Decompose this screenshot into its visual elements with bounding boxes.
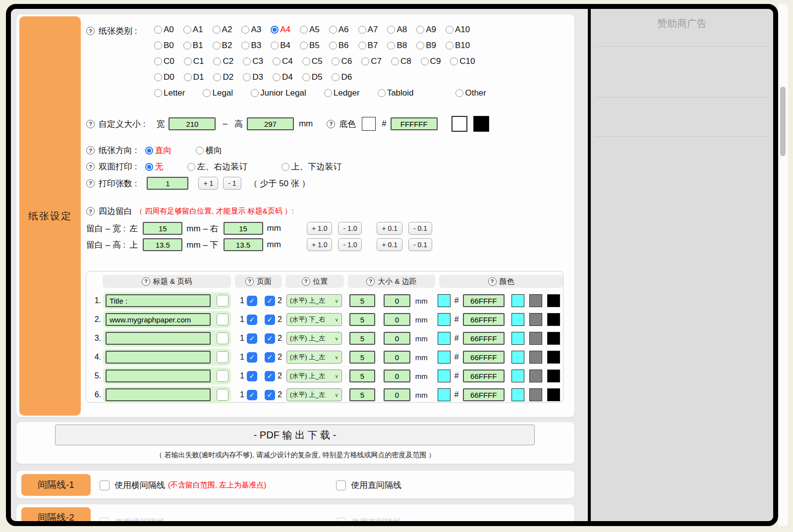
radio-c1[interactable]: C1 (184, 56, 204, 66)
page-2-checkbox[interactable]: ✓ (265, 296, 275, 306)
current-color-swatch[interactable] (438, 388, 451, 401)
bg-color-hex-input[interactable] (391, 117, 438, 130)
margin-w-minus01-button[interactable]: - 0.1 (408, 222, 432, 235)
preset-black-swatch[interactable] (547, 388, 560, 401)
page-scrollbar-thumb[interactable] (780, 87, 786, 156)
radio-a1[interactable]: A1 (183, 25, 203, 35)
preset-cyan-swatch[interactable] (511, 294, 524, 307)
help-icon[interactable]: ? (86, 207, 95, 215)
size-input[interactable] (349, 388, 375, 401)
size-input[interactable] (349, 332, 375, 345)
radio-c9[interactable]: C9 (421, 56, 441, 66)
page-1-checkbox[interactable]: ✓ (247, 390, 257, 400)
help-icon[interactable]: ? (327, 120, 335, 128)
hex-input[interactable] (463, 332, 505, 345)
preset-gray-swatch[interactable] (529, 370, 542, 382)
help-icon[interactable]: ? (86, 146, 95, 155)
help-icon[interactable]: ? (245, 277, 254, 286)
position-select[interactable]: (水平) 上_左∨ (286, 332, 342, 345)
margin-input[interactable] (384, 370, 410, 382)
margin-left-input[interactable] (143, 222, 182, 235)
radio-c8[interactable]: C8 (391, 56, 411, 66)
size-input[interactable] (349, 351, 375, 364)
page-2-checkbox[interactable]: ✓ (265, 390, 275, 400)
margin-w-plus01-button[interactable]: + 0.1 (377, 222, 402, 235)
preset-white-swatch[interactable] (452, 116, 467, 132)
title-input[interactable] (106, 332, 211, 345)
radio-junior-legal[interactable]: Junior Legal (251, 88, 306, 98)
copies-increment-button[interactable]: + 1 (198, 177, 218, 190)
help-icon[interactable]: ? (86, 162, 95, 171)
margin-input[interactable] (384, 351, 410, 364)
radio-c2[interactable]: C2 (213, 56, 233, 66)
page-1-checkbox[interactable]: ✓ (247, 352, 257, 363)
radio-c0[interactable]: C0 (154, 56, 174, 66)
radio-[interactable]: 直向 (145, 145, 171, 156)
page-1-checkbox[interactable]: ✓ (247, 333, 257, 344)
current-color-swatch[interactable] (438, 332, 451, 345)
pdf-download-button[interactable]: - PDF 输 出 下 载 - (55, 425, 535, 445)
help-icon[interactable]: ? (86, 120, 95, 128)
copies-input[interactable] (147, 177, 188, 190)
copies-decrement-button[interactable]: - 1 (223, 177, 241, 190)
margin-input[interactable] (384, 388, 410, 401)
radio-d5[interactable]: D5 (302, 72, 323, 82)
title-input[interactable] (106, 294, 211, 307)
radio-ledger[interactable]: Ledger (324, 88, 360, 98)
radio-b5[interactable]: B5 (300, 41, 320, 51)
preset-black-swatch[interactable] (547, 313, 560, 326)
radio-a8[interactable]: A8 (387, 25, 407, 35)
position-select[interactable]: (水平) 上_左∨ (286, 351, 342, 364)
page-1-checkbox[interactable]: ✓ (247, 315, 257, 325)
margin-top-input[interactable] (143, 238, 182, 251)
radio-b8[interactable]: B8 (387, 41, 407, 51)
preset-black-swatch[interactable] (547, 332, 560, 345)
title-checkbox[interactable] (217, 314, 228, 325)
horizontal-divider-checkbox[interactable] (100, 480, 110, 490)
radio-[interactable]: 上、下边装订 (282, 161, 341, 172)
title-input[interactable] (106, 351, 211, 364)
title-input[interactable] (106, 388, 211, 401)
title-checkbox[interactable] (217, 370, 228, 382)
position-select[interactable]: (水平) 上_左∨ (286, 294, 342, 307)
page-2-checkbox[interactable]: ✓ (265, 371, 275, 381)
preset-gray-swatch[interactable] (529, 351, 542, 364)
vertical-divider2-checkbox[interactable] (336, 518, 346, 527)
title-checkbox[interactable] (217, 295, 228, 307)
current-color-swatch[interactable] (438, 351, 451, 364)
margin-input[interactable] (384, 332, 410, 345)
radio-b10[interactable]: B10 (446, 41, 470, 51)
position-select[interactable]: (水平) 下_右∨ (286, 313, 342, 326)
radio-a6[interactable]: A6 (329, 25, 349, 35)
preset-cyan-swatch[interactable] (511, 351, 524, 364)
position-select[interactable]: (水平) 上_左∨ (286, 370, 342, 382)
radio-d2[interactable]: D2 (213, 72, 233, 82)
preset-black-swatch[interactable] (547, 294, 560, 307)
preset-gray-swatch[interactable] (529, 313, 542, 326)
horizontal-divider2-checkbox[interactable] (100, 518, 110, 527)
radio-[interactable]: 横向 (196, 145, 222, 156)
radio-a5[interactable]: A5 (300, 25, 320, 35)
radio-letter[interactable]: Letter (154, 88, 185, 98)
help-icon[interactable]: ? (366, 277, 375, 286)
size-input[interactable] (349, 313, 375, 326)
title-input[interactable] (106, 370, 211, 382)
page-scrollbar-track[interactable] (778, 4, 788, 526)
radio-[interactable]: 无 (145, 161, 163, 172)
page-1-checkbox[interactable]: ✓ (247, 371, 257, 381)
radio-a9[interactable]: A9 (416, 25, 436, 35)
radio-b2[interactable]: B2 (213, 41, 232, 51)
radio-b4[interactable]: B4 (271, 41, 290, 51)
page-2-checkbox[interactable]: ✓ (265, 315, 275, 325)
help-icon[interactable]: ? (488, 277, 497, 286)
radio-other[interactable]: Other (455, 88, 486, 98)
radio-[interactable]: 左、右边装订 (187, 161, 247, 172)
hex-input[interactable] (463, 294, 505, 307)
radio-a10[interactable]: A10 (446, 25, 470, 35)
preset-black-swatch[interactable] (547, 370, 560, 382)
radio-c10[interactable]: C10 (450, 56, 475, 66)
margin-h-plus01-button[interactable]: + 0.1 (377, 238, 402, 251)
current-color-swatch[interactable] (438, 370, 451, 382)
radio-c7[interactable]: C7 (361, 56, 382, 66)
radio-d4[interactable]: D4 (273, 72, 293, 82)
